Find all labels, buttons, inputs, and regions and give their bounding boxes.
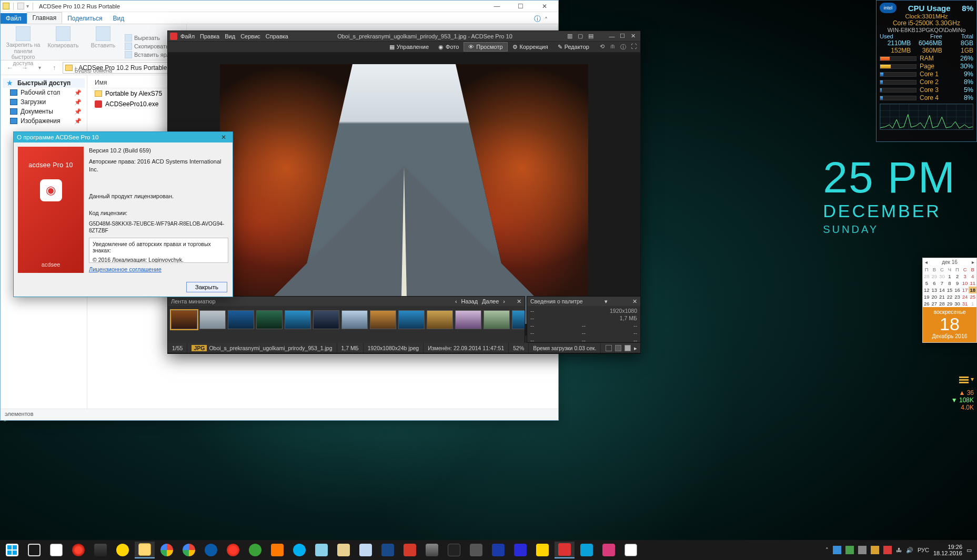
histogram-icon[interactable]: ⫙ [609, 43, 616, 51]
taskbar-item[interactable] [466, 542, 486, 558]
status-toggle-1[interactable] [606, 345, 612, 351]
taskbar-item[interactable] [621, 542, 641, 558]
close-icon[interactable]: ✕ [517, 298, 521, 305]
taskbar-item[interactable] [113, 542, 133, 558]
taskbar-item[interactable] [46, 542, 66, 558]
about-titlebar[interactable]: О программе ACDSee Pro 10 ✕ [14, 132, 233, 142]
taskbar-item[interactable] [334, 542, 354, 558]
close-button[interactable]: ✕ [218, 134, 229, 141]
taskbar-item[interactable] [488, 542, 508, 558]
pin-button[interactable]: Закрепить на панели быстрого доступа [5, 26, 42, 66]
taskbar-item[interactable] [356, 542, 376, 558]
close-icon[interactable]: ✕ [632, 298, 637, 304]
taskbar-item[interactable] [378, 542, 398, 558]
tab-home[interactable]: Главная [27, 12, 63, 24]
taskbar-item[interactable] [223, 542, 243, 558]
mode-photo[interactable]: ◉Фото [434, 42, 464, 52]
nav-back-button[interactable]: ← [4, 62, 16, 74]
close-button[interactable]: ✕ [532, 1, 556, 12]
taskbar-item[interactable] [311, 542, 331, 558]
taskbar-item[interactable] [532, 542, 552, 558]
thumbnail[interactable] [256, 310, 283, 329]
taskbar-item[interactable] [267, 542, 287, 558]
nav-recent-button[interactable]: ▾ [33, 62, 46, 74]
cal-next-icon[interactable]: ▸ [972, 259, 974, 265]
copy-button[interactable]: Копировать [45, 26, 82, 66]
mode-browse[interactable]: 👁Просмотр [464, 42, 507, 52]
tray-icon[interactable] [883, 546, 892, 554]
close-button[interactable]: ✕ [628, 32, 638, 40]
taskbar-item[interactable] [157, 542, 177, 558]
tray-icon[interactable] [833, 546, 841, 554]
cal-prev-icon[interactable]: ◂ [925, 259, 928, 265]
taskbar-item[interactable] [90, 542, 110, 558]
chevron-right-icon[interactable]: › [503, 298, 505, 304]
filmstrip-next[interactable]: Далее [482, 298, 499, 304]
taskbar-item[interactable] [444, 542, 464, 558]
volume-icon[interactable]: 🔊 [906, 547, 913, 554]
nav-desktop[interactable]: Рабочий стол📌 [3, 88, 85, 97]
taskbar-item[interactable] [577, 542, 597, 558]
menu-handle[interactable]: ▾ [959, 376, 974, 383]
chevron-down-icon[interactable]: ▾ [605, 298, 608, 304]
tray-icon[interactable] [845, 546, 854, 554]
menu-service[interactable]: Сервис [240, 33, 260, 39]
thumbnail[interactable] [398, 310, 425, 329]
taskbar-item[interactable] [135, 542, 155, 558]
thumbnail[interactable] [199, 310, 226, 329]
layout-btn-2[interactable]: ▢ [575, 32, 586, 40]
close-button[interactable]: Закрыть [186, 282, 227, 292]
taskbar-item[interactable] [245, 542, 265, 558]
thumbnail[interactable] [484, 310, 510, 329]
tray-icon[interactable] [858, 546, 867, 554]
tab-share[interactable]: Поделиться [62, 13, 107, 24]
qat-dropdown-icon[interactable]: ▾ [26, 3, 29, 9]
menu-view[interactable]: Вид [225, 33, 235, 39]
nav-up-button[interactable]: ↑ [48, 62, 61, 74]
license-link[interactable]: Лицензионное соглашение [89, 266, 162, 272]
taskbar-item[interactable] [201, 542, 221, 558]
explorer-titlebar[interactable]: ▾ ACDSee Pro 10.2 Rus Portable — ☐ ✕ [1, 1, 558, 12]
language-indicator[interactable]: РУС [918, 547, 929, 553]
start-button[interactable] [2, 542, 22, 558]
minimize-button[interactable]: — [607, 32, 617, 40]
tab-file[interactable]: Файл [1, 13, 27, 24]
taskbar-item[interactable] [555, 542, 575, 558]
nav-forward-button[interactable]: → [18, 62, 31, 74]
taskbar-clock[interactable]: 19:26 18.12.2016 [933, 544, 962, 556]
calendar-grid[interactable]: ПВСЧПСВ 2829301234 567891011 12131415161… [923, 266, 976, 307]
breadcrumb-item[interactable]: ACDSee Pro 10.2 Rus Portable [78, 64, 167, 72]
tab-view[interactable]: Вид [107, 13, 129, 24]
thumbnail[interactable] [455, 310, 481, 329]
tray-chevron-up-icon[interactable]: ˄ [825, 547, 829, 554]
taskbar-item[interactable] [179, 542, 199, 558]
layout-btn-3[interactable]: ▤ [586, 32, 596, 40]
mode-manage[interactable]: ▦Управление [385, 42, 434, 52]
mode-correction[interactable]: ⚙Коррекция [508, 42, 553, 52]
taskbar-item[interactable] [510, 542, 530, 558]
filmstrip-back[interactable]: Назад [461, 298, 478, 304]
sync-icon[interactable]: ⟲ [598, 43, 606, 51]
viewer-canvas[interactable] [168, 53, 640, 335]
taskbar-item[interactable] [599, 542, 619, 558]
menu-file[interactable]: Файл [180, 33, 195, 39]
thumbnail[interactable] [228, 310, 254, 329]
mode-editor[interactable]: ✎Редактор [553, 42, 594, 52]
qat-icon[interactable] [17, 3, 24, 9]
thumbnail[interactable] [370, 310, 396, 329]
chevron-left-icon[interactable]: ‹ [455, 298, 457, 304]
taskbar-item[interactable] [289, 542, 309, 558]
nav-documents[interactable]: Документы📌 [3, 107, 85, 116]
taskbar-item[interactable] [422, 542, 442, 558]
filmstrip[interactable] [168, 306, 525, 333]
fullscreen-icon[interactable]: ⛶ [630, 43, 637, 51]
menu-edit[interactable]: Правка [200, 33, 219, 39]
status-toggle-3[interactable] [625, 345, 631, 351]
nav-pictures[interactable]: Изображения📌 [3, 116, 85, 126]
layout-btn-1[interactable]: ▥ [565, 32, 575, 40]
nav-quick-access[interactable]: ★ Быстрый доступ [3, 78, 85, 88]
taskbar-item[interactable] [68, 542, 88, 558]
thumbnail[interactable] [313, 310, 339, 329]
viewer-titlebar[interactable]: Файл Правка Вид Сервис Справка Oboi_s_pr… [168, 31, 640, 41]
thumbnail[interactable] [171, 310, 197, 329]
